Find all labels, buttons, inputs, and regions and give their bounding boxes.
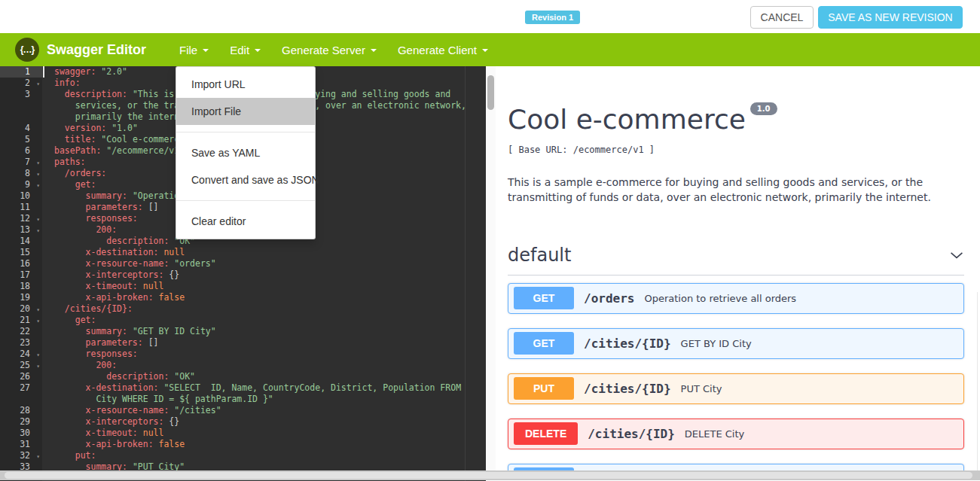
editor-line: 25▾ 200: (0, 360, 486, 371)
code-row: parameters: [] (54, 337, 486, 349)
token (54, 428, 86, 438)
tag-section-header[interactable]: default (508, 245, 964, 276)
menu-item-import-file[interactable]: Import File (176, 98, 315, 125)
token: description: (106, 236, 169, 246)
code-content: responses: (42, 349, 486, 360)
cancel-button[interactable]: CANCEL (750, 6, 814, 29)
code-row: summary: "GET BY ID City" (54, 326, 486, 337)
token (54, 247, 86, 257)
editor-line: 23 parameters: [] (0, 337, 486, 349)
code-content: x-destination: null (42, 247, 486, 258)
editor-line: 16 x-resource-name: "orders" (0, 258, 486, 269)
menu-edit[interactable]: Edit (230, 44, 261, 56)
token (127, 326, 133, 336)
line-number: 12▾ (0, 213, 42, 224)
editor-vertical-scrollbar[interactable] (486, 66, 496, 471)
token: "GET BY ID City" (133, 326, 216, 336)
token: 200: (96, 224, 117, 235)
token (154, 292, 159, 303)
line-number: 30 (0, 428, 42, 439)
line-number-text: 24 (20, 349, 30, 359)
line-number: 23 (0, 337, 42, 349)
menu-divider (176, 200, 315, 201)
fold-toggle-icon[interactable]: ▾ (36, 315, 40, 327)
operation-row[interactable]: GET/ordersOperation to retrieve all orde… (508, 283, 964, 314)
line-number: 9▾ (0, 179, 42, 190)
token: null (143, 428, 164, 438)
line-number-text: 19 (20, 292, 30, 303)
main-navbar: {…} Swagger Editor FileEditGenerate Serv… (0, 33, 980, 66)
token: x-timeout: (86, 428, 138, 438)
token: basePath: (54, 145, 101, 156)
menu-item-clear-editor[interactable]: Clear editor (176, 208, 315, 235)
method-badge: GET (514, 287, 574, 309)
line-number: 4 (0, 123, 42, 134)
code-row: responses: (54, 349, 486, 360)
fold-toggle-icon[interactable]: ▾ (36, 78, 40, 90)
line-number-text: 30 (20, 428, 30, 438)
line-number: 11 (0, 202, 42, 213)
line-number-text: 23 (20, 337, 30, 348)
fold-toggle-icon[interactable]: ▾ (36, 214, 40, 225)
editor-vertical-scrollbar-thumb[interactable] (487, 75, 494, 110)
menu-generate-server[interactable]: Generate Server (282, 44, 377, 56)
horizontal-scrollbar[interactable] (0, 470, 980, 480)
menu-item-convert-and-save-as-json[interactable]: Convert and save as JSON (176, 166, 315, 193)
api-version-badge: 1.0 (750, 102, 777, 115)
fold-toggle-icon[interactable]: ▾ (36, 157, 40, 169)
line-number: 15 (0, 247, 42, 258)
token: parameters: (86, 202, 143, 212)
menu-item-import-url[interactable]: Import URL (176, 71, 315, 98)
chevron-down-icon[interactable] (949, 248, 964, 263)
line-number-text: 29 (20, 416, 30, 427)
token: x-interceptors: (86, 269, 164, 280)
fold-toggle-icon[interactable]: ▾ (36, 349, 40, 361)
line-number-text: 13 (20, 224, 30, 235)
menu-item-save-as-yaml[interactable]: Save as YAML (176, 139, 315, 166)
editor-line: 31 x-api-broken: false (0, 439, 486, 450)
horizontal-scrollbar-thumb[interactable] (5, 472, 972, 479)
operation-summary: PUT City (681, 383, 722, 394)
token (54, 190, 86, 201)
swagger-logo-icon: {…} (15, 38, 39, 62)
token: put: (75, 450, 96, 461)
editor-line: 19 x-api-broken: false (0, 292, 486, 303)
save-as-new-revision-button[interactable]: SAVE AS NEW REVISION (818, 6, 963, 29)
editor-line: 32▾ put: (0, 450, 486, 461)
fold-toggle-icon[interactable]: ▾ (36, 361, 40, 372)
token: title: (65, 134, 96, 145)
token (54, 111, 75, 122)
operation-path: /cities/{ID} (588, 427, 675, 441)
menu-label: Generate Client (398, 44, 477, 56)
token (54, 269, 86, 280)
operation-row[interactable]: DELETE/cities/{ID}DELETE City (508, 419, 964, 449)
fold-toggle-icon[interactable]: ▾ (36, 180, 40, 191)
line-number: 28 (0, 405, 42, 416)
text-cursor (43, 66, 44, 78)
token (138, 281, 143, 291)
token: x-resource-name: (86, 405, 169, 416)
menu-file[interactable]: File (179, 44, 209, 56)
menu-generate-client[interactable]: Generate Client (398, 44, 488, 56)
operation-row[interactable]: GET/cities/{ID}GET BY ID City (508, 328, 964, 359)
token: x-destination: (86, 247, 159, 257)
top-bar: Revision 1 CANCEL SAVE AS NEW REVISION (0, 0, 980, 33)
token: paths: (54, 157, 86, 167)
fold-toggle-icon[interactable]: ▾ (36, 451, 40, 462)
fold-toggle-icon[interactable]: ▾ (36, 304, 40, 315)
token: x-api-broken: (86, 292, 154, 303)
token: swagger: (54, 66, 96, 77)
token: description: (106, 371, 169, 382)
api-title: Cool e-commerce1.0 (508, 104, 964, 135)
operation-row[interactable]: PUT/cities/{ID}PUT City (508, 373, 964, 404)
token: x-timeout: (86, 281, 138, 291)
code-content: x-resource-name: "/cities" (42, 405, 486, 416)
code-content: x-destination: "SELECT ID, Name, Country… (42, 382, 486, 405)
token (54, 326, 86, 336)
line-number-text: 7 (25, 157, 30, 167)
token (54, 349, 86, 359)
code-content: put: (42, 450, 486, 461)
code-content: x-api-broken: false (42, 439, 486, 450)
fold-toggle-icon[interactable]: ▾ (36, 225, 40, 236)
fold-toggle-icon[interactable]: ▾ (36, 169, 40, 180)
